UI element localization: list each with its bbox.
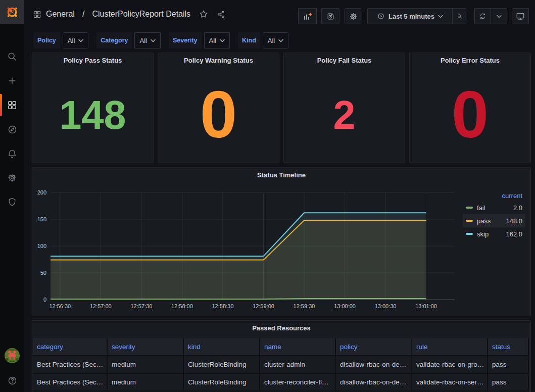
series-swatch bbox=[466, 207, 473, 209]
panel-status-timeline: Status Timeline 05010015020012:56:3012:5… bbox=[32, 167, 531, 316]
panel-policy-pass-status: Policy Pass Status 148 bbox=[32, 53, 154, 163]
svg-text:0: 0 bbox=[43, 297, 46, 303]
chevron-down-icon bbox=[220, 39, 225, 42]
panel-title[interactable]: Policy Warning Status bbox=[158, 57, 279, 64]
filter-value-text: All bbox=[139, 37, 147, 44]
legend-row-fail: fail 2.0 bbox=[463, 201, 525, 214]
zoom-out-time-button[interactable] bbox=[452, 9, 467, 24]
resources-table: category severity kind name policy rule … bbox=[33, 338, 529, 392]
gear-icon bbox=[349, 12, 358, 21]
chevron-down-icon bbox=[278, 39, 283, 42]
grafana-logo[interactable] bbox=[0, 0, 24, 24]
column-header-status[interactable]: status bbox=[488, 338, 529, 355]
compass-icon bbox=[7, 124, 18, 135]
series-label[interactable]: pass bbox=[477, 217, 491, 225]
panel-title[interactable]: Passed Resources bbox=[32, 324, 530, 332]
save-dashboard-button[interactable] bbox=[321, 8, 339, 24]
panel-title[interactable]: Policy Error Status bbox=[410, 57, 530, 64]
sidebar-item-alerting[interactable] bbox=[0, 141, 24, 166]
clock-icon bbox=[377, 12, 385, 20]
filter-value-text: All bbox=[268, 37, 275, 44]
time-range-picker[interactable]: Last 5 minutes bbox=[368, 9, 452, 24]
legend-row-pass: pass 148.0 bbox=[463, 214, 525, 227]
breadcrumb-dashboard-title[interactable]: ClusterPolicyReport Details bbox=[92, 10, 190, 19]
svg-text:12:57:00: 12:57:00 bbox=[90, 303, 112, 309]
filter-kind-label[interactable]: Kind bbox=[238, 32, 260, 48]
magnifier-minus-icon bbox=[457, 12, 463, 21]
refresh-group bbox=[474, 8, 507, 24]
grafana-dashboard: General / ClusterPolicyReport Details bbox=[0, 0, 535, 392]
table-row: Best Practices (Sec… medium ClusterRoleB… bbox=[33, 355, 529, 373]
stat-value-pass: 148 bbox=[32, 67, 153, 163]
stat-value-warning: 0 bbox=[158, 67, 279, 163]
bar-chart-plus-icon bbox=[303, 12, 312, 21]
share-button[interactable] bbox=[217, 10, 225, 19]
svg-text:12:59:30: 12:59:30 bbox=[294, 303, 315, 309]
cell-rule: validate-rbac-on-ser… bbox=[412, 373, 488, 390]
filter-policy: Policy All bbox=[33, 32, 88, 48]
grafana-flame-icon bbox=[5, 5, 19, 19]
column-header-kind[interactable]: kind bbox=[184, 338, 260, 355]
filter-policy-value[interactable]: All bbox=[63, 32, 88, 48]
cell-policy: disallow-rbac-on-de… bbox=[336, 355, 412, 373]
plus-icon bbox=[7, 76, 17, 86]
bell-icon bbox=[7, 149, 17, 159]
question-circle-icon bbox=[7, 375, 18, 386]
refresh-button[interactable] bbox=[475, 9, 491, 24]
svg-text:100: 100 bbox=[37, 243, 46, 249]
table-header-row: category severity kind name policy rule … bbox=[33, 338, 529, 355]
sidebar-item-configuration[interactable] bbox=[0, 166, 24, 190]
monitor-icon bbox=[516, 12, 525, 21]
timeline-chart[interactable]: 05010015020012:56:3012:57:0012:57:3012:5… bbox=[32, 168, 530, 316]
series-current-value: 2.0 bbox=[513, 204, 522, 212]
panel-title[interactable]: Policy Fail Status bbox=[284, 57, 405, 64]
cell-status: pass bbox=[488, 373, 529, 390]
sidebar-item-user-profile[interactable] bbox=[0, 344, 24, 368]
svg-text:12:58:30: 12:58:30 bbox=[212, 303, 233, 309]
svg-text:50: 50 bbox=[40, 270, 46, 276]
svg-text:200: 200 bbox=[37, 189, 46, 195]
filter-severity: Severity All bbox=[169, 32, 230, 48]
sidebar-item-explore[interactable] bbox=[0, 117, 24, 141]
filter-category-value[interactable]: All bbox=[134, 32, 160, 48]
filter-kind: Kind All bbox=[238, 32, 288, 48]
column-header-category[interactable]: category bbox=[33, 338, 108, 355]
cell-category: Best Practices (Sec… bbox=[33, 373, 108, 390]
cell-status: pass bbox=[488, 355, 529, 373]
template-variable-filters: Policy All Category All Severity All Kin… bbox=[33, 32, 288, 48]
column-header-policy[interactable]: policy bbox=[336, 338, 412, 355]
star-icon bbox=[199, 10, 208, 19]
cell-severity: medium bbox=[108, 355, 184, 373]
add-panel-button[interactable] bbox=[298, 8, 317, 24]
dashboard-settings-button[interactable] bbox=[345, 8, 362, 24]
star-button[interactable] bbox=[199, 10, 208, 19]
column-header-severity[interactable]: severity bbox=[108, 338, 184, 355]
tv-mode-button[interactable] bbox=[512, 8, 529, 24]
magnifier-icon bbox=[7, 51, 18, 62]
filter-severity-label[interactable]: Severity bbox=[169, 32, 202, 48]
series-label[interactable]: skip bbox=[477, 230, 489, 238]
sidebar-item-search[interactable] bbox=[0, 44, 24, 69]
filter-kind-value[interactable]: All bbox=[263, 32, 288, 48]
chevron-down-icon bbox=[497, 15, 502, 18]
panel-title[interactable]: Policy Pass Status bbox=[32, 57, 153, 64]
sidebar-item-create[interactable] bbox=[0, 69, 24, 93]
sidebar-item-help[interactable] bbox=[0, 368, 24, 392]
table-row: Best Practices (Sec… medium ClusterRoleB… bbox=[33, 373, 529, 390]
filter-severity-value[interactable]: All bbox=[204, 32, 230, 48]
legend-column-current[interactable]: current bbox=[463, 190, 525, 201]
refresh-icon bbox=[479, 12, 487, 20]
column-header-rule[interactable]: rule bbox=[412, 338, 488, 355]
sidebar-item-dashboards[interactable] bbox=[0, 93, 24, 117]
series-label[interactable]: fail bbox=[477, 204, 485, 212]
sidebar-item-server-admin[interactable] bbox=[0, 190, 24, 214]
filter-policy-label[interactable]: Policy bbox=[33, 32, 60, 48]
filter-category-label[interactable]: Category bbox=[96, 32, 132, 48]
chart-legend: current fail 2.0 pass 148.0 skip 162.0 bbox=[463, 190, 525, 240]
cell-name: cluster-reconciler-fl… bbox=[260, 373, 336, 390]
refresh-interval-dropdown[interactable] bbox=[491, 9, 507, 24]
breadcrumb-folder[interactable]: General bbox=[46, 10, 75, 19]
breadcrumb-separator: / bbox=[82, 10, 84, 19]
floppy-disk-icon bbox=[326, 12, 335, 21]
column-header-name[interactable]: name bbox=[260, 338, 336, 355]
